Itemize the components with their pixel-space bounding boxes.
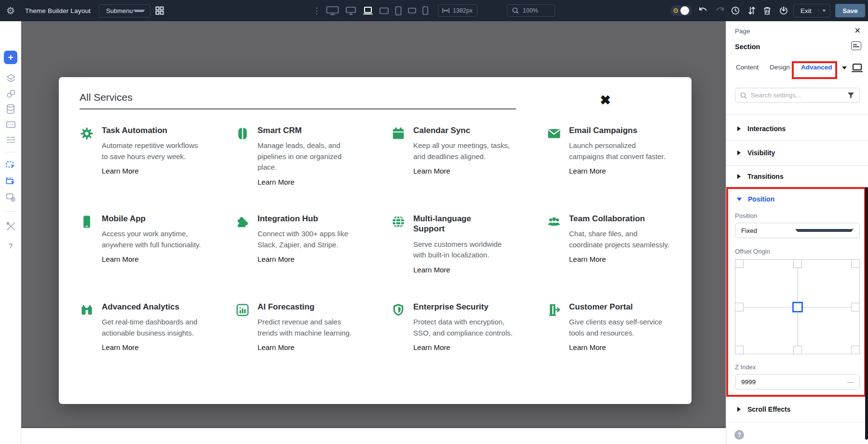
service-learn-more-link[interactable]: Learn More: [102, 343, 139, 351]
add-element-button[interactable]: +: [4, 51, 17, 64]
tab-design[interactable]: Design: [770, 64, 790, 71]
select-element-icon[interactable]: [0, 159, 21, 171]
service-learn-more-link[interactable]: Learn More: [413, 343, 450, 351]
shapes-icon[interactable]: [0, 88, 21, 99]
redo-icon[interactable]: [714, 0, 725, 21]
section-label: Interactions: [747, 125, 786, 133]
origin-handle-middle-right[interactable]: [851, 303, 860, 311]
service-learn-more-link[interactable]: Learn More: [102, 255, 139, 263]
phone-portrait-icon[interactable]: [422, 6, 428, 15]
tablet-portrait-icon[interactable]: [395, 6, 402, 15]
trash-icon[interactable]: [761, 0, 773, 21]
services-modal: All Services ✖ Task Automation Automate …: [59, 77, 692, 404]
origin-handle-center-selected[interactable]: [792, 302, 803, 312]
puzzle-icon: [235, 215, 250, 229]
service-description: Protect data with encryption, SSO, and c…: [413, 317, 516, 338]
sort-arrows-icon[interactable]: [746, 0, 758, 21]
origin-handle-bottom-left[interactable]: [735, 346, 744, 354]
service-title: AI Forecasting: [258, 302, 345, 312]
history-icon[interactable]: [730, 0, 741, 21]
list-icon[interactable]: [0, 134, 21, 146]
origin-handle-middle-left[interactable]: [735, 303, 744, 311]
service-title: Task Automation: [102, 125, 190, 135]
service-title: Smart CRM: [258, 125, 345, 135]
theme-toggle[interactable]: ⚙: [670, 5, 692, 16]
panel-close-icon[interactable]: ✕: [854, 26, 861, 35]
service-learn-more-link[interactable]: Learn More: [413, 167, 450, 175]
help-icon[interactable]: ?: [0, 240, 21, 251]
exit-button[interactable]: Exit: [794, 7, 818, 14]
layers-icon[interactable]: [0, 72, 21, 84]
undo-icon[interactable]: [697, 0, 709, 21]
breakpoint-laptop-icon[interactable]: [851, 63, 864, 73]
search-placeholder: Search settings...: [751, 92, 847, 99]
origin-handle-top-center[interactable]: [793, 259, 802, 268]
service-learn-more-link[interactable]: Learn More: [258, 343, 295, 351]
select-container-icon[interactable]: [0, 175, 21, 187]
tablet-landscape-icon[interactable]: [380, 7, 389, 14]
section-position[interactable]: Position: [726, 195, 866, 203]
offset-origin-widget[interactable]: [735, 259, 860, 354]
form-icon[interactable]: [0, 119, 21, 130]
section-visibility[interactable]: Visibility: [726, 148, 868, 158]
zoom-control[interactable]: 100%: [507, 4, 555, 17]
panel-help-icon[interactable]: ?: [734, 430, 744, 440]
globe-icon: [391, 215, 406, 229]
service-card: Team Collaboration Chat, share files, an…: [547, 214, 703, 274]
close-icon[interactable]: ✖: [600, 94, 611, 107]
laptop-icon[interactable]: [363, 6, 373, 15]
zindex-input[interactable]: 9999 —: [735, 374, 860, 390]
tools-icon[interactable]: [0, 220, 21, 232]
service-learn-more-link[interactable]: Learn More: [258, 255, 295, 263]
service-learn-more-link[interactable]: Learn More: [102, 167, 139, 175]
section-label: Visibility: [747, 149, 775, 157]
origin-handle-top-left[interactable]: [735, 259, 744, 268]
service-learn-more-link[interactable]: Learn More: [413, 266, 450, 274]
exit-dropdown-button[interactable]: [818, 10, 830, 12]
canvas-width-input[interactable]: 1382px: [438, 4, 477, 17]
service-card: Task Automation Automate repetitive work…: [80, 125, 235, 187]
tab-content[interactable]: Content: [736, 64, 759, 71]
submenu-dropdown-value: Submenu: [106, 7, 133, 14]
position-select[interactable]: Fixed: [735, 223, 860, 238]
section-scroll-effects[interactable]: Scroll Effects: [726, 404, 868, 414]
tab-advanced[interactable]: Advanced: [801, 64, 832, 71]
section-interactions[interactable]: Interactions: [726, 124, 868, 134]
service-title: Email Campaigns: [569, 125, 657, 135]
save-button[interactable]: Save: [835, 4, 865, 17]
stepper-dash-icon[interactable]: —: [847, 378, 854, 386]
sun-gear-icon: ⚙: [673, 7, 679, 14]
service-learn-more-link[interactable]: Learn More: [258, 178, 295, 186]
panel-scrollbar[interactable]: [865, 187, 868, 440]
service-learn-more-link[interactable]: Learn More: [569, 343, 606, 351]
origin-handle-bottom-right[interactable]: [851, 346, 860, 354]
filter-icon[interactable]: [847, 92, 854, 99]
origin-handle-bottom-center[interactable]: [793, 346, 802, 354]
database-icon[interactable]: [0, 103, 21, 115]
apps-grid-icon[interactable]: [155, 0, 164, 21]
exit-split-button: Exit: [793, 4, 830, 17]
submenu-dropdown[interactable]: Submenu: [99, 4, 150, 17]
chevron-down-icon[interactable]: [842, 67, 847, 69]
layout-settings-icon[interactable]: [0, 191, 21, 203]
kebab-menu-icon[interactable]: ⋮: [312, 0, 321, 21]
download-icon[interactable]: [778, 0, 789, 21]
settings-search-input[interactable]: Search settings...: [735, 88, 860, 103]
divider: [726, 165, 868, 166]
settings-gear-icon[interactable]: ⚙: [6, 0, 15, 21]
service-title: Multi-language Support: [413, 214, 501, 234]
breadcrumb[interactable]: Page: [735, 27, 750, 35]
chevron-down-icon: [133, 10, 145, 12]
services-row: Task Automation Automate repetitive work…: [80, 125, 703, 187]
element-settings-icon[interactable]: [851, 41, 861, 50]
service-learn-more-link[interactable]: Learn More: [569, 255, 606, 263]
divider: [726, 140, 868, 141]
desktop-icon[interactable]: [345, 5, 356, 16]
service-learn-more-link[interactable]: Learn More: [569, 167, 606, 175]
desktop-large-icon[interactable]: [326, 5, 339, 16]
position-field-label: Position: [735, 212, 757, 219]
editor-canvas[interactable]: All Services ✖ Task Automation Automate …: [21, 21, 726, 428]
origin-handle-top-right[interactable]: [851, 259, 860, 268]
phone-landscape-icon[interactable]: [408, 8, 416, 13]
section-transitions[interactable]: Transitions: [726, 172, 868, 181]
